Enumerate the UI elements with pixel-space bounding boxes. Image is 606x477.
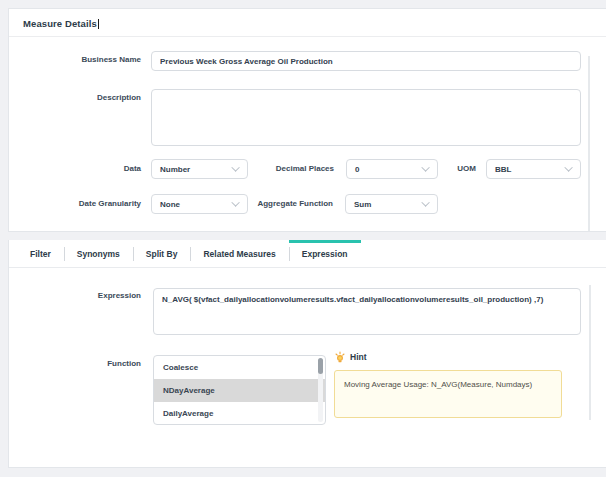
tab-filter[interactable]: Filter	[17, 240, 64, 267]
panel-header: Measure Details	[9, 9, 606, 37]
lightbulb-icon	[334, 351, 346, 363]
business-name-input[interactable]	[151, 51, 581, 71]
expression-label: Expression	[9, 291, 141, 301]
function-option-dailyaverage[interactable]: DailyAverage	[154, 402, 325, 425]
tab-label: Synonyms	[77, 249, 120, 259]
tab-bar: Filter Synonyms Split By Related Measure…	[9, 240, 606, 268]
text-cursor	[98, 19, 99, 29]
chevron-down-icon	[564, 163, 572, 171]
date-granularity-value: None	[160, 200, 180, 209]
tab-label: Expression	[302, 249, 348, 259]
aggregate-function-select[interactable]: Sum	[345, 194, 438, 214]
page-title-text: Measure Details	[23, 18, 97, 29]
scrollbar-track[interactable]	[318, 358, 323, 422]
tab-content-panel: Filter Synonyms Split By Related Measure…	[8, 240, 606, 468]
tab-split-by[interactable]: Split By	[133, 240, 191, 267]
aggregate-function-label: Aggregate Function	[209, 199, 333, 209]
function-label: Function	[9, 359, 141, 369]
panel-scrollbar[interactable]	[588, 56, 590, 231]
tab-related-measures[interactable]: Related Measures	[190, 240, 288, 267]
uom-value: BBL	[495, 165, 511, 174]
date-granularity-label: Date Granularity	[9, 199, 141, 209]
hint-title: Hint	[350, 352, 367, 362]
description-label: Description	[9, 93, 141, 103]
scrollbar-thumb[interactable]	[318, 358, 323, 374]
tab-expression[interactable]: Expression	[289, 240, 361, 267]
function-listbox: Coalesce NDayAverage DailyAverage	[153, 355, 326, 425]
tab-synonyms[interactable]: Synonyms	[64, 240, 133, 267]
function-option-ndayaverage[interactable]: NDayAverage	[154, 379, 325, 402]
chevron-down-icon	[421, 198, 429, 206]
business-name-label: Business Name	[9, 55, 141, 65]
expression-input[interactable]: N_AVG( $(vfact_dailyallocationvolumeresu…	[153, 288, 581, 335]
function-option-coalesce[interactable]: Coalesce	[154, 356, 325, 379]
measure-details-panel: Measure Details Business Name Descriptio…	[8, 8, 606, 232]
tab-label: Filter	[30, 249, 51, 259]
hint-header: Hint	[334, 351, 367, 363]
data-type-value: Number	[160, 165, 190, 174]
page-title: Measure Details	[23, 18, 99, 29]
description-textarea[interactable]	[151, 89, 581, 146]
decimal-places-label: Decimal Places	[209, 164, 334, 174]
panel-scrollbar[interactable]	[589, 285, 591, 420]
data-type-label: Data	[9, 164, 141, 174]
uom-select[interactable]: BBL	[486, 159, 581, 179]
hint-box: Moving Average Usage: N_AVG(Measure, Num…	[334, 370, 562, 418]
decimal-places-value: 0	[355, 165, 359, 174]
aggregate-function-value: Sum	[354, 200, 371, 209]
uom-label: UOM	[409, 164, 476, 174]
tab-label: Related Measures	[203, 249, 275, 259]
tab-label: Split By	[146, 249, 178, 259]
